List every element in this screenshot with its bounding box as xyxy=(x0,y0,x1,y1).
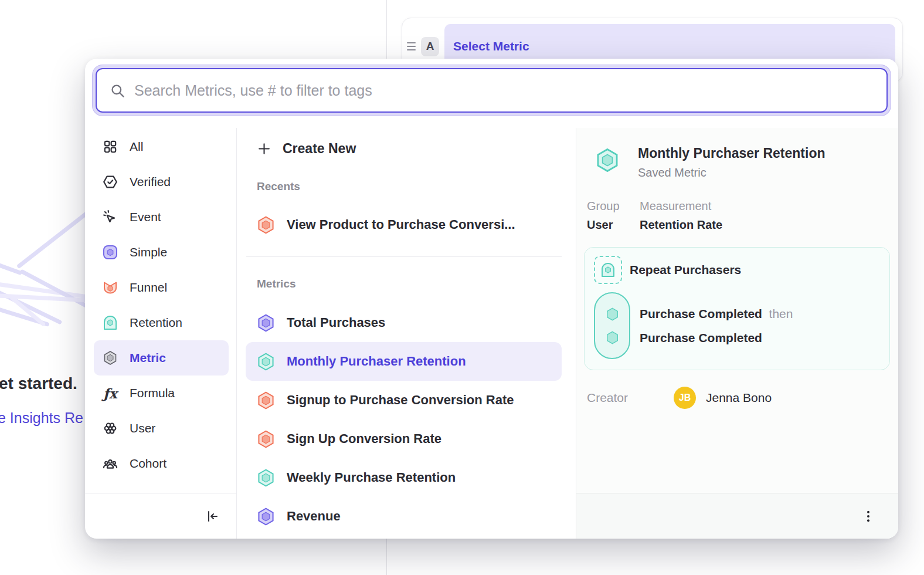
sidebar-item-funnel[interactable]: Funnel xyxy=(94,270,229,305)
group-label: Group xyxy=(587,199,640,213)
sidebar-item-simple[interactable]: Simple xyxy=(94,235,229,270)
sidebar-item-metric[interactable]: Metric xyxy=(94,340,229,376)
measurement-value: Retention Rate xyxy=(640,218,722,232)
category-sidebar: All Verified Event Simple Funnel xyxy=(85,128,236,539)
sidebar-footer xyxy=(85,493,236,539)
group-value: User xyxy=(587,218,640,232)
metric-row-revenue[interactable]: Revenue xyxy=(246,497,562,536)
background-link-partial[interactable]: e Insights Re xyxy=(0,410,83,427)
cohort-definition-icon xyxy=(594,256,622,284)
plus-icon xyxy=(257,141,271,156)
sidebar-item-label: Retention xyxy=(130,316,182,330)
metric-row-sign-up-conversion-rate[interactable]: Sign Up Conversion Rate xyxy=(246,420,562,458)
sidebar-item-all[interactable]: All xyxy=(94,129,229,164)
background-heading-partial: et started. xyxy=(0,374,77,393)
detail-title: Monthly Purchaser Retention xyxy=(638,146,825,161)
metric-row-label: Monthly Purchaser Retention xyxy=(287,354,466,369)
metric-row-label: Signup to Purchase Conversion Rate xyxy=(287,393,514,408)
metric-row-signup-to-purchase-conversion-rate[interactable]: Signup to Purchase Conversion Rate xyxy=(246,381,562,420)
event-hexagon-icon xyxy=(604,306,620,323)
detail-subtitle: Saved Metric xyxy=(638,166,825,180)
event-hexagon-icon xyxy=(604,329,620,346)
definition-step2: Purchase Completed xyxy=(640,331,793,345)
sidebar-item-verified[interactable]: Verified xyxy=(94,164,229,199)
orange-hexagon-icon xyxy=(256,215,276,235)
metric-row-label: Revenue xyxy=(287,509,341,524)
creator-name: Jenna Bono xyxy=(706,391,772,405)
orange-hexagon-icon xyxy=(256,390,276,411)
sidebar-item-label: Simple xyxy=(130,245,167,259)
purple-hexagon-icon xyxy=(256,313,276,333)
sidebar-item-label: Formula xyxy=(130,386,175,400)
sidebar-item-label: User xyxy=(130,421,155,435)
create-new-label: Create New xyxy=(283,141,356,157)
funnel-icon xyxy=(102,279,118,296)
recent-metric-row-view-product-to-purchase-conversi[interactable]: View Product to Purchase Conversi... xyxy=(246,205,562,244)
measurement-label: Measurement xyxy=(640,199,722,213)
cohort-icon xyxy=(102,455,118,472)
create-new-button[interactable]: Create New xyxy=(237,129,576,168)
metric-row-monthly-purchaser-retention[interactable]: Monthly Purchaser Retention xyxy=(246,342,562,381)
event-cursor-icon xyxy=(102,208,118,226)
metric-row-weekly-purchase-retention[interactable]: Weekly Purchase Retention xyxy=(246,458,562,497)
sidebar-item-label: Verified xyxy=(130,175,171,189)
creator-row: Creator JB Jenna Bono xyxy=(584,387,890,409)
sidebar-item-label: All xyxy=(130,140,143,154)
sidebar-item-user[interactable]: User xyxy=(94,411,229,446)
definition-step1: Purchase Completed xyxy=(640,307,762,320)
more-options-icon[interactable] xyxy=(862,509,875,524)
sidebar-item-label: Funnel xyxy=(130,280,167,295)
sidebar-item-label: Cohort xyxy=(130,456,167,471)
event-sequence-capsule xyxy=(594,292,630,359)
creator-label: Creator xyxy=(587,391,674,405)
teal-hexagon-icon xyxy=(256,351,276,372)
drag-handle-icon[interactable] xyxy=(407,42,416,50)
simple-icon xyxy=(102,243,118,261)
recent-metric-label: View Product to Purchase Conversi... xyxy=(287,217,515,232)
retention-icon xyxy=(102,314,118,332)
teal-hexagon-icon xyxy=(256,468,276,488)
sidebar-item-retention[interactable]: Retention xyxy=(94,305,229,340)
metric-meta: Group User Measurement Retention Rate xyxy=(584,199,890,232)
recents-section-label: Recents xyxy=(237,168,576,205)
sidebar-item-cohort[interactable]: Cohort xyxy=(94,446,229,481)
select-metric-label: Select Metric xyxy=(453,39,529,53)
creator-avatar: JB xyxy=(674,387,696,409)
grid-icon xyxy=(102,138,118,155)
metric-picker-modal: All Verified Event Simple Funnel xyxy=(85,59,898,539)
metric-row-label: Weekly Purchase Retention xyxy=(287,470,456,485)
sidebar-item-label: Event xyxy=(130,210,161,224)
verified-badge-icon xyxy=(102,173,118,191)
metric-definition-card: Repeat Purchasers xyxy=(584,247,890,370)
collapse-sidebar-icon[interactable] xyxy=(206,509,220,523)
definition-name: Repeat Purchasers xyxy=(630,263,741,277)
orange-hexagon-icon xyxy=(256,429,276,449)
search-bar[interactable] xyxy=(96,68,888,113)
search-input[interactable] xyxy=(134,82,874,99)
section-divider xyxy=(246,256,562,257)
metric-hexagon-icon xyxy=(595,147,620,174)
metrics-section-label: Metrics xyxy=(237,278,576,289)
metric-list-panel: Create New Recents View Product to Purch… xyxy=(236,128,576,539)
sidebar-item-label: Metric xyxy=(130,351,166,365)
user-icon xyxy=(102,420,118,437)
metric-row-total-purchases[interactable]: Total Purchases xyxy=(246,303,562,342)
formula-icon: ƒx xyxy=(102,384,118,402)
category-list: All Verified Event Simple Funnel xyxy=(85,128,236,493)
metric-icon xyxy=(102,349,118,367)
metrics-list: Total Purchases Monthly Purchaser Retent… xyxy=(237,303,576,536)
metric-row-label: Total Purchases xyxy=(287,315,385,330)
detail-footer xyxy=(576,493,898,539)
sidebar-item-formula[interactable]: ƒx Formula xyxy=(94,376,229,411)
purple-hexagon-icon xyxy=(256,506,276,527)
metric-row-label: Sign Up Conversion Rate xyxy=(287,431,441,447)
metric-detail-panel: Monthly Purchaser Retention Saved Metric… xyxy=(576,128,898,539)
search-icon xyxy=(110,83,125,99)
sidebar-item-event[interactable]: Event xyxy=(94,199,229,235)
recents-list: View Product to Purchase Conversi... xyxy=(237,205,576,244)
step-badge: A xyxy=(421,37,439,56)
